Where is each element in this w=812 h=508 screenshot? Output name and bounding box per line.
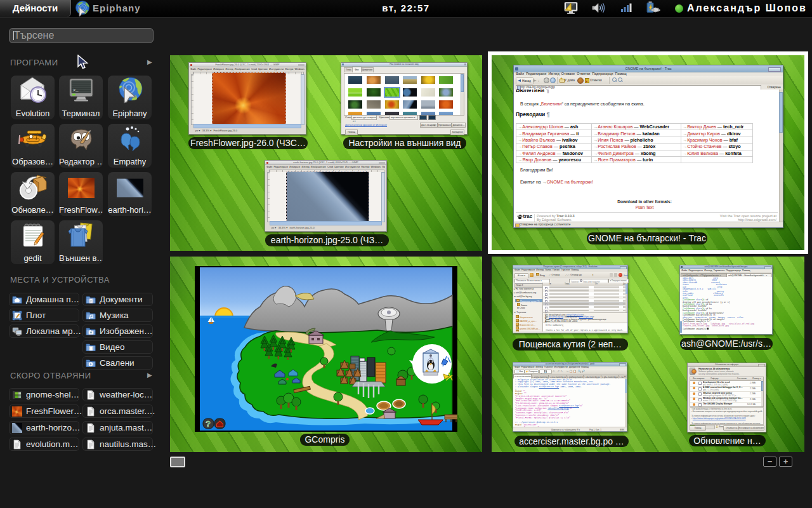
svg-text:>_: >_ xyxy=(73,88,79,93)
svg-text:?: ? xyxy=(206,419,211,429)
